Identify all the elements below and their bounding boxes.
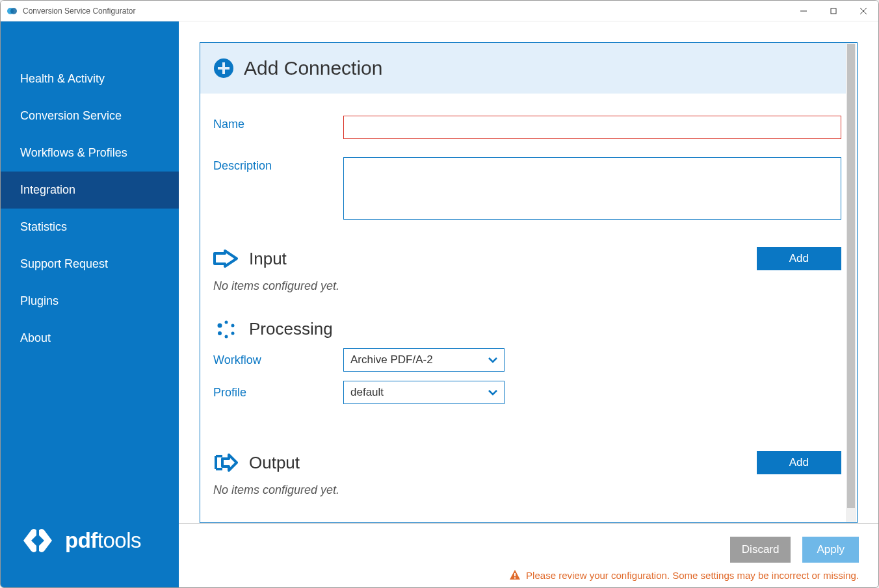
logo-text: pdftools [65, 528, 141, 553]
warning-row: Please review your configuration. Some s… [509, 569, 859, 581]
svg-rect-8 [218, 67, 230, 70]
minimize-button[interactable] [789, 1, 819, 21]
output-empty-message: No items configured yet. [213, 483, 841, 497]
output-title: Output [249, 453, 300, 473]
output-icon [213, 454, 239, 472]
warning-icon [509, 569, 521, 581]
processing-title: Processing [249, 319, 333, 339]
sidebar-item-health[interactable]: Health & Activity [1, 60, 179, 97]
app-window: Conversion Service Configurator Health &… [0, 0, 879, 588]
svg-point-9 [225, 320, 228, 324]
svg-point-12 [225, 335, 228, 338]
description-input[interactable] [343, 157, 841, 220]
titlebar: Conversion Service Configurator [1, 1, 878, 21]
processing-icon [213, 320, 239, 339]
close-button[interactable] [848, 1, 878, 21]
arrow-right-icon [213, 249, 239, 268]
panel-title: Add Connection [244, 57, 383, 79]
sidebar-item-plugins[interactable]: Plugins [1, 283, 179, 320]
svg-point-13 [218, 331, 222, 335]
output-section: Output Add No items configured yet. [200, 425, 854, 509]
form-section: Name Description [200, 94, 854, 244]
vertical-scrollbar[interactable] [846, 44, 856, 522]
input-title: Input [249, 249, 287, 269]
panel-header: Add Connection [200, 43, 854, 94]
sidebar-item-workflows[interactable]: Workflows & Profiles [1, 134, 179, 172]
main-area: Add Connection Name Description [179, 21, 878, 587]
svg-point-14 [218, 323, 222, 327]
panel: Add Connection Name Description [200, 42, 858, 523]
name-input[interactable] [343, 116, 841, 139]
window-controls [789, 1, 878, 21]
profile-value: default [350, 386, 384, 399]
sidebar-item-integration[interactable]: Integration [1, 172, 179, 209]
profile-select[interactable]: default [343, 381, 505, 404]
window-title: Conversion Service Configurator [23, 6, 789, 16]
workflow-select[interactable]: Archive PDF/A-2 [343, 348, 505, 372]
apply-button[interactable]: Apply [802, 537, 859, 563]
sidebar-item-support[interactable]: Support Request [1, 246, 179, 283]
sidebar-item-about[interactable]: About [1, 320, 179, 357]
svg-rect-15 [514, 573, 516, 576]
profile-label: Profile [213, 386, 343, 400]
svg-point-10 [231, 324, 235, 327]
scrollbar-thumb[interactable] [847, 44, 855, 508]
svg-point-1 [10, 8, 17, 14]
footer: Discard Apply Please review your configu… [179, 523, 878, 587]
name-label: Name [213, 116, 343, 131]
maximize-button[interactable] [819, 1, 848, 21]
add-circle-icon [213, 58, 234, 79]
description-label: Description [213, 157, 343, 173]
content-scroll: Add Connection Name Description [179, 21, 878, 523]
chevron-down-icon [488, 355, 497, 365]
chevron-down-icon [488, 387, 497, 398]
input-add-button[interactable]: Add [757, 247, 841, 270]
logo-icon [17, 526, 57, 555]
app-body: Health & Activity Conversion Service Wor… [1, 21, 878, 587]
svg-point-11 [231, 331, 235, 335]
discard-button[interactable]: Discard [730, 537, 791, 563]
processing-section: Processing Workflow Archive PDF/A-2 [200, 305, 854, 425]
workflow-label: Workflow [213, 353, 343, 367]
workflow-value: Archive PDF/A-2 [350, 353, 433, 366]
sidebar: Health & Activity Conversion Service Wor… [1, 21, 179, 587]
svg-rect-16 [514, 578, 516, 579]
warning-message: Please review your configuration. Some s… [526, 570, 859, 581]
output-add-button[interactable]: Add [757, 451, 841, 474]
logo: pdftools [1, 526, 179, 587]
app-icon [7, 6, 18, 16]
input-section: Input Add No items configured yet. [200, 244, 854, 305]
sidebar-item-conversion[interactable]: Conversion Service [1, 97, 179, 134]
svg-rect-3 [831, 8, 836, 14]
sidebar-item-statistics[interactable]: Statistics [1, 209, 179, 246]
input-empty-message: No items configured yet. [213, 279, 841, 293]
